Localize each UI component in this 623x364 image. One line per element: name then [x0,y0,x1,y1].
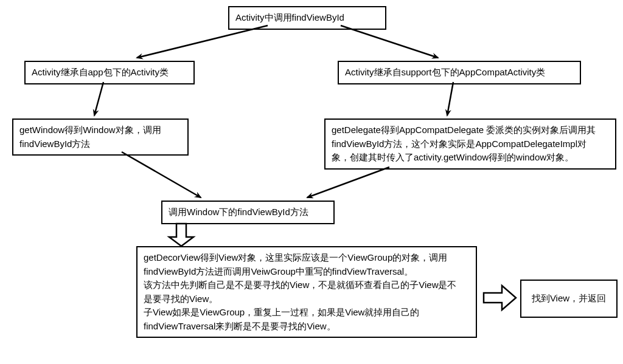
node-left1: Activity继承自app包下的Activity类 [24,61,195,84]
node-merge: 调用Window下的findViewById方法 [161,201,335,224]
edge-root-left1 [137,26,268,58]
edge-detail-result [484,286,516,310]
node-detail: getDecorView得到View对象，这里实际应该是一个ViewGroup的… [136,246,477,338]
edge-right1-right2 [447,82,453,115]
node-left2: getWindow得到Window对象，调用 findViewById方法 [12,118,189,156]
node-right1: Activity继承自support包下的AppCompatActivity类 [338,61,581,84]
edge-root-right1 [341,26,438,58]
node-right2: getDelegate得到AppCompatDelegate 委派类的实例对象后… [324,118,616,170]
edge-right2-merge [307,167,389,197]
edge-left1-left2 [94,82,103,115]
node-result: 找到View，并返回 [520,280,618,318]
edge-merge-detail [169,224,193,246]
edge-left2-merge [122,152,201,197]
node-root: Activity中调用findViewById [228,6,386,30]
